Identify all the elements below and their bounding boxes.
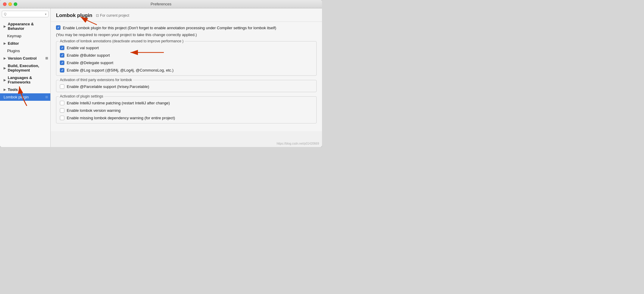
main-header: Lombok plugin ⊡ For current project (51, 8, 322, 22)
section-third-party-items: Enable @Parcelable support (hrisey.Parce… (60, 84, 313, 89)
sidebar-item-build-execution[interactable]: ▶ Build, Execution, Deployment (0, 62, 50, 74)
parcelable-support-label: Enable @Parcelable support (hrisey.Parce… (67, 84, 149, 89)
search-icon: Q (4, 12, 7, 16)
search-dropdown-arrow[interactable]: ▾ (45, 13, 46, 16)
copy-icon: ⊞ (45, 95, 48, 99)
main-body: Enable Lombok plugin for this project (D… (51, 22, 322, 131)
delegate-support-item: Enable @Delegate support (60, 61, 313, 65)
sidebar-item-editor[interactable]: ▶ Editor (0, 40, 50, 47)
expand-arrow-icon: ▶ (4, 25, 6, 28)
sidebar-item-appearance-behavior[interactable]: ▶ Appearance & Behavior (0, 20, 50, 32)
parcelable-support-checkbox[interactable] (60, 84, 64, 89)
main-wrapper: Lombok plugin ⊡ For current project Enab… (51, 8, 322, 147)
version-warning-item: Enable lombok version warning (60, 108, 313, 113)
delegate-support-label: Enable @Delegate support (67, 61, 113, 65)
section-plugin-settings-items: Enable IntelliJ runtime patching (restar… (60, 101, 313, 120)
window-controls (3, 2, 17, 6)
section-plugin-settings: Activation of plugin settings Enable Int… (56, 96, 317, 123)
close-button[interactable] (3, 2, 7, 6)
copy-icon: ⊞ (45, 56, 48, 60)
window-title: Preferences (150, 2, 171, 6)
section-third-party-legend: Activation of third party extensions for… (59, 78, 133, 82)
sidebar-item-label: Build, Execution, Deployment (8, 64, 48, 72)
page-title: Lombok plugin (56, 13, 92, 18)
document-icon: ⊡ (96, 13, 99, 18)
log-support-item: Enable @Log support (@Slf4j, @Log4j, @Co… (60, 68, 313, 72)
overlay-container: Lombok plugin ⊡ For current project Enab… (51, 8, 322, 147)
parcelable-support-item: Enable @Parcelable support (hrisey.Parce… (60, 84, 313, 89)
content-area: Q ▾ ▶ Appearance & Behavior Keymap ▶ Edi… (0, 8, 322, 147)
titlebar: Preferences (0, 0, 322, 8)
sidebar-item-keymap[interactable]: Keymap (0, 32, 50, 40)
maximize-button[interactable] (14, 2, 17, 6)
intellij-patching-checkbox[interactable] (60, 101, 64, 105)
builder-support-checkbox[interactable] (60, 53, 64, 58)
expand-arrow-icon: ▶ (4, 57, 6, 60)
sidebar: Q ▾ ▶ Appearance & Behavior Keymap ▶ Edi… (0, 8, 51, 147)
expand-arrow-icon: ▶ (4, 78, 6, 82)
log-support-label: Enable @Log support (@Slf4j, @Log4j, @Co… (67, 68, 173, 72)
top-enable-row: Enable Lombok plugin for this project (D… (56, 25, 317, 31)
watermark: https://blog.csdn.net/p01420669 (277, 142, 319, 145)
section-annotations-items: Enable val support Enable @Builder suppo… (60, 46, 313, 72)
enable-lombok-label: Enable Lombok plugin for this project (D… (63, 25, 276, 31)
search-box[interactable]: Q ▾ (2, 11, 49, 17)
dependency-warning-label: Enable missing lombok dependency warning… (67, 116, 175, 120)
builder-support-label: Enable @Builder support (67, 53, 110, 58)
sidebar-item-label: Languages & Frameworks (8, 75, 48, 84)
expand-arrow-icon: ▶ (4, 42, 6, 45)
section-annotations: Activation of lombok annotations (deacti… (56, 41, 317, 76)
sidebar-item-label: Version Control (8, 56, 37, 61)
delegate-support-checkbox[interactable] (60, 61, 64, 65)
arrow-to-lombok-sidebar (3, 83, 39, 107)
enable-lombok-checkbox[interactable] (56, 25, 60, 30)
sidebar-item-version-control[interactable]: ▶ Version Control ⊞ (0, 55, 50, 62)
sidebar-item-label: Keymap (7, 34, 21, 38)
log-support-checkbox[interactable] (60, 68, 64, 72)
section-plugin-settings-legend: Activation of plugin settings (59, 94, 104, 98)
search-input[interactable] (8, 12, 44, 16)
sidebar-item-label: Plugins (7, 49, 20, 53)
intellij-patching-item: Enable IntelliJ runtime patching (restar… (60, 101, 313, 105)
preferences-window: Preferences Q ▾ ▶ Appearance & Behavior … (0, 0, 322, 147)
section-annotations-legend: Activation of lombok annotations (deacti… (59, 39, 185, 43)
section-third-party: Activation of third party extensions for… (56, 80, 317, 92)
reopen-note: (You may be required to reopen your proj… (56, 33, 317, 37)
sidebar-item-label: Appearance & Behavior (8, 22, 48, 31)
builder-support-item: Enable @Builder support (60, 53, 313, 58)
expand-arrow-icon: ▶ (4, 66, 6, 70)
sidebar-item-plugins[interactable]: Plugins (0, 47, 50, 55)
val-support-checkbox[interactable] (60, 46, 64, 50)
dependency-warning-checkbox[interactable] (60, 116, 64, 120)
for-current-project[interactable]: ⊡ For current project (96, 13, 129, 18)
dependency-warning-item: Enable missing lombok dependency warning… (60, 116, 313, 120)
sidebar-item-label: Editor (8, 41, 19, 46)
for-current-project-label: For current project (100, 13, 129, 18)
version-warning-checkbox[interactable] (60, 108, 64, 113)
val-support-item: Enable val support (60, 46, 313, 50)
intellij-patching-label: Enable IntelliJ runtime patching (restar… (67, 101, 170, 105)
main-content: Lombok plugin ⊡ For current project Enab… (51, 8, 322, 131)
version-warning-label: Enable lombok version warning (67, 108, 121, 113)
val-support-label: Enable val support (67, 46, 99, 50)
minimize-button[interactable] (8, 2, 12, 6)
